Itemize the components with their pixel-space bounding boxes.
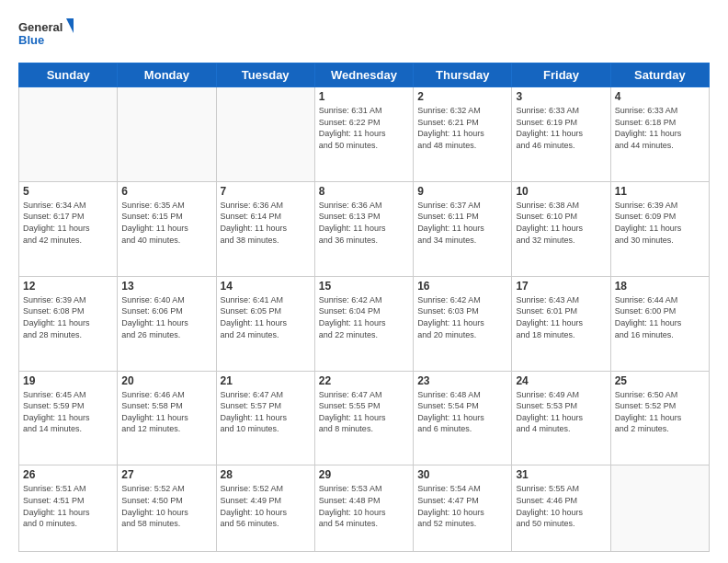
day-info: Sunrise: 6:36 AM Sunset: 6:14 PM Dayligh…	[221, 200, 311, 246]
calendar-day-cell: 11Sunrise: 6:39 AM Sunset: 6:09 PM Dayli…	[610, 181, 709, 276]
calendar-day-cell: 28Sunrise: 5:52 AM Sunset: 4:49 PM Dayli…	[216, 465, 314, 552]
day-info: Sunrise: 5:54 AM Sunset: 4:47 PM Dayligh…	[417, 483, 507, 529]
calendar-day-cell: 31Sunrise: 5:55 AM Sunset: 4:46 PM Dayli…	[512, 465, 610, 552]
day-info: Sunrise: 6:48 AM Sunset: 5:54 PM Dayligh…	[417, 389, 507, 435]
calendar-day-cell: 8Sunrise: 6:36 AM Sunset: 6:13 PM Daylig…	[314, 181, 413, 276]
day-number: 15	[319, 280, 409, 293]
calendar-day-cell	[118, 87, 216, 182]
day-number: 2	[417, 90, 507, 103]
day-number: 29	[319, 468, 409, 481]
day-info: Sunrise: 5:53 AM Sunset: 4:48 PM Dayligh…	[319, 483, 409, 529]
day-header-sunday: Sunday	[19, 63, 118, 87]
svg-text:General: General	[18, 20, 63, 34]
day-number: 22	[319, 374, 409, 387]
day-info: Sunrise: 6:44 AM Sunset: 6:00 PM Dayligh…	[615, 294, 705, 340]
day-info: Sunrise: 6:49 AM Sunset: 5:53 PM Dayligh…	[516, 389, 606, 435]
day-header-tuesday: Tuesday	[216, 63, 314, 87]
day-number: 3	[516, 90, 606, 103]
day-info: Sunrise: 6:46 AM Sunset: 5:58 PM Dayligh…	[121, 389, 211, 435]
day-header-thursday: Thursday	[414, 63, 512, 87]
day-info: Sunrise: 6:40 AM Sunset: 6:06 PM Dayligh…	[121, 294, 211, 340]
calendar-day-cell	[216, 87, 314, 182]
day-info: Sunrise: 5:51 AM Sunset: 4:51 PM Dayligh…	[23, 483, 113, 529]
day-number: 18	[615, 280, 705, 293]
day-header-monday: Monday	[118, 63, 216, 87]
day-number: 16	[417, 280, 507, 293]
day-number: 19	[23, 374, 113, 387]
day-header-friday: Friday	[512, 63, 610, 87]
day-number: 13	[121, 280, 211, 293]
day-info: Sunrise: 6:47 AM Sunset: 5:55 PM Dayligh…	[319, 389, 409, 435]
day-info: Sunrise: 6:35 AM Sunset: 6:15 PM Dayligh…	[121, 200, 211, 246]
calendar-week-row: 1Sunrise: 6:31 AM Sunset: 6:22 PM Daylig…	[19, 87, 710, 182]
day-info: Sunrise: 6:34 AM Sunset: 6:17 PM Dayligh…	[23, 200, 113, 246]
day-info: Sunrise: 6:32 AM Sunset: 6:21 PM Dayligh…	[417, 105, 507, 151]
day-header-wednesday: Wednesday	[314, 63, 413, 87]
day-number: 31	[516, 468, 606, 481]
calendar-day-cell: 21Sunrise: 6:47 AM Sunset: 5:57 PM Dayli…	[216, 371, 314, 465]
day-number: 5	[23, 185, 113, 198]
day-info: Sunrise: 6:39 AM Sunset: 6:08 PM Dayligh…	[23, 294, 113, 340]
logo: General Blue	[18, 17, 74, 53]
header: General Blue	[18, 17, 710, 53]
day-info: Sunrise: 6:31 AM Sunset: 6:22 PM Dayligh…	[319, 105, 409, 151]
day-number: 30	[417, 468, 507, 481]
day-number: 14	[221, 280, 311, 293]
calendar-day-cell: 9Sunrise: 6:37 AM Sunset: 6:11 PM Daylig…	[414, 181, 512, 276]
calendar-day-cell: 14Sunrise: 6:41 AM Sunset: 6:05 PM Dayli…	[216, 276, 314, 371]
calendar-day-cell	[610, 465, 709, 552]
calendar-day-cell: 7Sunrise: 6:36 AM Sunset: 6:14 PM Daylig…	[216, 181, 314, 276]
calendar-day-cell: 3Sunrise: 6:33 AM Sunset: 6:19 PM Daylig…	[512, 87, 610, 182]
page: General Blue SundayMondayTuesdayWednesda…	[0, 0, 728, 563]
day-header-saturday: Saturday	[610, 63, 709, 87]
calendar-day-cell: 10Sunrise: 6:38 AM Sunset: 6:10 PM Dayli…	[512, 181, 610, 276]
day-number: 21	[221, 374, 311, 387]
calendar-week-row: 5Sunrise: 6:34 AM Sunset: 6:17 PM Daylig…	[19, 181, 710, 276]
calendar-day-cell: 25Sunrise: 6:50 AM Sunset: 5:52 PM Dayli…	[610, 371, 709, 465]
calendar-day-cell: 18Sunrise: 6:44 AM Sunset: 6:00 PM Dayli…	[610, 276, 709, 371]
calendar-day-cell: 30Sunrise: 5:54 AM Sunset: 4:47 PM Dayli…	[414, 465, 512, 552]
day-info: Sunrise: 6:45 AM Sunset: 5:59 PM Dayligh…	[23, 389, 113, 435]
day-info: Sunrise: 5:52 AM Sunset: 4:49 PM Dayligh…	[221, 483, 311, 529]
calendar-week-row: 19Sunrise: 6:45 AM Sunset: 5:59 PM Dayli…	[19, 371, 710, 465]
calendar-day-cell: 24Sunrise: 6:49 AM Sunset: 5:53 PM Dayli…	[512, 371, 610, 465]
calendar-day-cell: 29Sunrise: 5:53 AM Sunset: 4:48 PM Dayli…	[314, 465, 413, 552]
calendar-day-cell: 13Sunrise: 6:40 AM Sunset: 6:06 PM Dayli…	[118, 276, 216, 371]
calendar-day-cell: 2Sunrise: 6:32 AM Sunset: 6:21 PM Daylig…	[414, 87, 512, 182]
svg-marker-2	[66, 18, 74, 33]
day-info: Sunrise: 6:37 AM Sunset: 6:11 PM Dayligh…	[417, 200, 507, 246]
calendar-week-row: 26Sunrise: 5:51 AM Sunset: 4:51 PM Dayli…	[19, 465, 710, 552]
day-info: Sunrise: 6:50 AM Sunset: 5:52 PM Dayligh…	[615, 389, 705, 435]
day-number: 23	[417, 374, 507, 387]
logo-svg: General Blue	[18, 17, 74, 53]
day-number: 6	[121, 185, 211, 198]
day-number: 24	[516, 374, 606, 387]
day-info: Sunrise: 6:42 AM Sunset: 6:03 PM Dayligh…	[417, 294, 507, 340]
day-info: Sunrise: 6:43 AM Sunset: 6:01 PM Dayligh…	[516, 294, 606, 340]
day-number: 1	[319, 90, 409, 103]
calendar-day-cell: 15Sunrise: 6:42 AM Sunset: 6:04 PM Dayli…	[314, 276, 413, 371]
calendar-table: SundayMondayTuesdayWednesdayThursdayFrid…	[18, 63, 710, 552]
calendar-day-cell: 20Sunrise: 6:46 AM Sunset: 5:58 PM Dayli…	[118, 371, 216, 465]
day-info: Sunrise: 6:33 AM Sunset: 6:19 PM Dayligh…	[516, 105, 606, 151]
day-info: Sunrise: 5:55 AM Sunset: 4:46 PM Dayligh…	[516, 483, 606, 529]
calendar-day-cell: 4Sunrise: 6:33 AM Sunset: 6:18 PM Daylig…	[610, 87, 709, 182]
calendar-day-cell: 27Sunrise: 5:52 AM Sunset: 4:50 PM Dayli…	[118, 465, 216, 552]
day-number: 9	[417, 185, 507, 198]
calendar-day-cell: 5Sunrise: 6:34 AM Sunset: 6:17 PM Daylig…	[19, 181, 118, 276]
calendar-day-cell: 6Sunrise: 6:35 AM Sunset: 6:15 PM Daylig…	[118, 181, 216, 276]
calendar-day-cell	[19, 87, 118, 182]
calendar-week-row: 12Sunrise: 6:39 AM Sunset: 6:08 PM Dayli…	[19, 276, 710, 371]
day-info: Sunrise: 6:42 AM Sunset: 6:04 PM Dayligh…	[319, 294, 409, 340]
calendar-day-cell: 1Sunrise: 6:31 AM Sunset: 6:22 PM Daylig…	[314, 87, 413, 182]
day-number: 20	[121, 374, 211, 387]
day-info: Sunrise: 6:41 AM Sunset: 6:05 PM Dayligh…	[221, 294, 311, 340]
day-info: Sunrise: 6:39 AM Sunset: 6:09 PM Dayligh…	[615, 200, 705, 246]
calendar-day-cell: 19Sunrise: 6:45 AM Sunset: 5:59 PM Dayli…	[19, 371, 118, 465]
day-info: Sunrise: 6:36 AM Sunset: 6:13 PM Dayligh…	[319, 200, 409, 246]
calendar-day-cell: 26Sunrise: 5:51 AM Sunset: 4:51 PM Dayli…	[19, 465, 118, 552]
day-number: 26	[23, 468, 113, 481]
day-info: Sunrise: 6:38 AM Sunset: 6:10 PM Dayligh…	[516, 200, 606, 246]
day-number: 7	[221, 185, 311, 198]
calendar-header-row: SundayMondayTuesdayWednesdayThursdayFrid…	[19, 63, 710, 87]
